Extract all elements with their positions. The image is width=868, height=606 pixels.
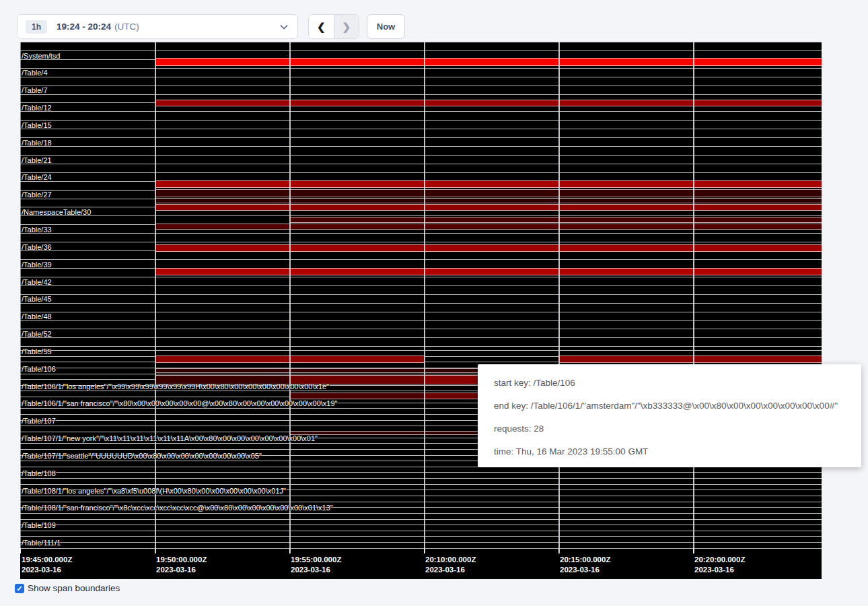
axis-tick-time: 20:20:00.000Z [694, 555, 745, 565]
axis-tick-label: 20:10:00.000Z2023-03-16 [425, 555, 476, 575]
prev-interval-button[interactable]: ❮ [309, 15, 334, 38]
row-label: /System/tsd [22, 51, 60, 61]
axis-tick-date: 2023-03-16 [694, 565, 745, 575]
heat-band [156, 204, 822, 211]
show-span-boundaries-label: Show span boundaries [28, 583, 120, 593]
heat-band [156, 189, 822, 197]
time-bucket-line [289, 42, 291, 553]
row-label: /Table/33 [22, 225, 52, 235]
axis-tick-time: 20:10:00.000Z [425, 555, 476, 565]
heat-band [156, 224, 822, 230]
row-label: /Table/36 [22, 242, 52, 252]
heat-band [156, 244, 822, 252]
row-label: /Table/106 [22, 364, 56, 374]
row-label: /Table/106/1/"los angeles"/"\x99\x99\x99… [22, 382, 329, 392]
tooltip-line: requests: 28 [494, 417, 845, 440]
heat-band [289, 217, 822, 223]
row-label: /Table/106/1/"san francisco"/"\x80\x00\x… [22, 399, 338, 409]
footer-controls: ✓ Show span boundaries [15, 583, 120, 593]
row-label: /Table/7 [22, 86, 48, 96]
now-button[interactable]: Now [367, 14, 405, 39]
heat-band [156, 180, 822, 188]
axis-tick-date: 2023-03-16 [22, 565, 72, 575]
row-label: /Table/108 [22, 469, 56, 479]
time-range-text: 19:24 - 20:24 [57, 22, 111, 32]
row-label: /Table/15 [22, 121, 52, 131]
axis-tick-time: 19:50:00.000Z [156, 555, 207, 565]
heat-band [156, 100, 822, 106]
axis-tick [20, 549, 21, 553]
heatmap-left-edge [20, 42, 21, 553]
tooltip-line: time: Thu, 16 Mar 2023 19:55:00 GMT [494, 440, 845, 463]
span-tooltip: start key: /Table/106end key: /Table/106… [478, 364, 861, 467]
axis-tick [424, 549, 425, 553]
axis-tick [558, 549, 559, 553]
axis-tick-date: 2023-03-16 [156, 565, 207, 575]
time-range-selector[interactable]: 1h 19:24 - 20:24 (UTC) [17, 14, 298, 39]
row-label: /Table/108/1/"san francisco"/"\x8c\xcc\x… [22, 503, 333, 513]
row-label: /Table/12 [22, 103, 52, 113]
show-span-boundaries-checkbox[interactable]: ✓ [15, 584, 24, 593]
axis-tick [693, 549, 694, 553]
row-label: /Table/27 [22, 190, 52, 200]
row-label: /Table/4 [22, 68, 48, 78]
axis-tick-date: 2023-03-16 [560, 565, 610, 575]
axis-tick-time: 20:15:00.000Z [560, 555, 610, 565]
axis-tick-label: 19:50:00.000Z2023-03-16 [156, 555, 207, 575]
heat-band [558, 356, 822, 363]
chevron-left-icon: ❮ [317, 21, 326, 33]
time-nav-group: ❮ ❯ [308, 14, 359, 39]
heat-band [156, 198, 822, 203]
time-bucket-line [155, 42, 156, 553]
row-label: /Table/52 [22, 329, 52, 339]
key-visualizer-page: 1h 19:24 - 20:24 (UTC) ❮ ❯ Now /System/t… [0, 0, 868, 606]
axis-tick-label: 20:20:00.000Z2023-03-16 [694, 555, 745, 575]
heat-band [156, 268, 822, 275]
row-label: /Table/24 [22, 172, 52, 182]
time-bucket-line [693, 42, 694, 553]
row-label: /Table/48 [22, 312, 52, 322]
axis-tick-label: 20:15:00.000Z2023-03-16 [560, 555, 610, 575]
time-range-badge: 1h [26, 20, 47, 34]
time-bucket-line [424, 42, 425, 553]
row-label: /Table/39 [22, 260, 52, 270]
chevron-down-icon [280, 24, 288, 30]
row-label: /Table/21 [22, 156, 52, 166]
axis-tick-time: 19:45:00.000Z [22, 555, 72, 565]
now-button-label: Now [377, 22, 395, 32]
row-label: /NamespaceTable/30 [22, 207, 91, 217]
key-visualizer-heatmap[interactable]: /System/tsd/Table/4/Table/7/Table/12/Tab… [20, 42, 822, 579]
time-range-timezone: (UTC) [114, 22, 139, 32]
axis-tick [155, 549, 155, 553]
axis-tick-date: 2023-03-16 [291, 565, 341, 575]
row-label: /Table/108/1/"los angeles"/"\xa8\xf5\u00… [22, 486, 286, 496]
row-label: /Table/111/1 [22, 538, 61, 548]
next-interval-button[interactable]: ❯ [334, 15, 359, 38]
row-label: /Table/107/1/"seattle"/"UUUUUUD\x00\x80\… [22, 451, 262, 461]
row-label: /Table/18 [22, 138, 52, 148]
row-label: /Table/107/1/"new york"/"\x11\x11\x11\x1… [22, 434, 318, 444]
tooltip-line: end key: /Table/106/1/"amsterdam"/"\xb33… [494, 395, 845, 417]
axis-tick-time: 19:55:00.000Z [291, 555, 341, 565]
tooltip-line: start key: /Table/106 [494, 372, 845, 395]
axis-tick-label: 19:55:00.000Z2023-03-16 [291, 555, 341, 575]
time-bucket-line [558, 42, 560, 553]
checkmark-icon: ✓ [16, 584, 22, 593]
axis-tick-date: 2023-03-16 [425, 565, 476, 575]
chevron-right-icon: ❯ [342, 21, 351, 33]
row-label: /Table/55 [22, 347, 52, 357]
row-label: /Table/107 [22, 416, 56, 426]
heat-band [156, 58, 822, 66]
row-label: /Table/42 [22, 277, 52, 288]
row-label: /Table/45 [22, 294, 52, 304]
axis-tick [289, 549, 290, 553]
row-label: /Table/109 [22, 520, 56, 531]
axis-tick-label: 19:45:00.000Z2023-03-16 [22, 555, 72, 575]
